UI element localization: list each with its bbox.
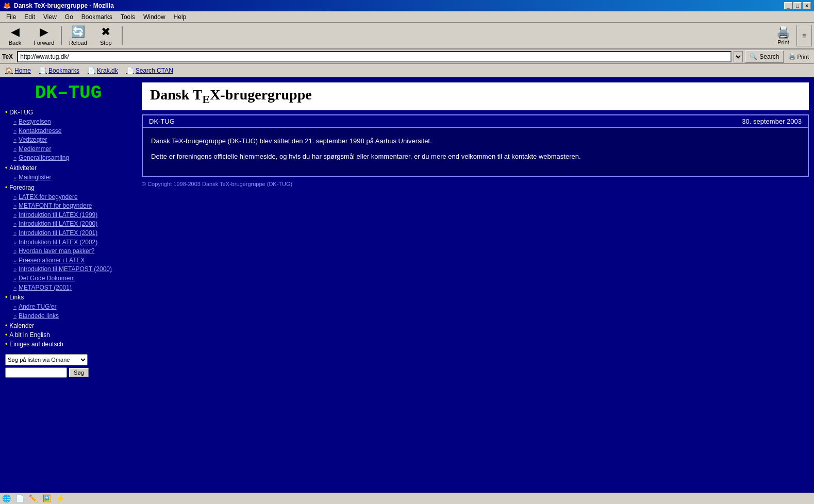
nav-section-dktug: DK-TUG [5,109,131,116]
nav-kontaktadresse[interactable]: Kontaktadresse [5,127,131,136]
menu-window[interactable]: Window [139,12,170,22]
menu-help[interactable]: Help [170,12,191,22]
bookmark-ctan[interactable]: 📄 Search CTAN [123,66,176,75]
print-button[interactable]: 🖨️ Print [772,25,794,46]
forward-button[interactable]: ▶ Forward [30,24,58,47]
close-button[interactable]: × [803,2,811,9]
menu-bookmarks[interactable]: Bookmarks [77,12,117,22]
menu-view[interactable]: View [39,12,61,22]
krak-icon: 📄 [88,67,95,74]
nav-pakker[interactable]: Hvordan laver man pakker? [5,247,131,256]
nav-section-foredrag: Foredrag [5,184,131,191]
sidebar-search-select[interactable]: Søg på listen via Gmane [5,354,88,365]
titlebar-title: 🦊 Dansk TeX-brugergruppe - Mozilla [3,2,114,9]
nav-intro-metapost-2000[interactable]: Introduktion til METAPOST (2000) [5,265,131,274]
stop-button[interactable]: ✖ Stop [93,24,119,47]
titlebar-buttons[interactable]: _ □ × [784,2,811,9]
nav-mailinglister[interactable]: Mailinglister [5,174,131,182]
status-icon-3: ✏️ [29,494,38,503]
info-box-title: DK-TUG [149,117,175,125]
bookmarks-icon: 📑 [39,67,47,74]
menu-icon: ≡ [802,32,806,40]
bookmark-home[interactable]: 🏠 Home [2,66,34,75]
copyright: © Copyright 1998-2003 Dansk TeX-brugergr… [142,181,809,187]
menu-tools[interactable]: Tools [117,12,139,22]
search-label: Search [759,53,779,60]
content-area: Dansk TEX-brugergruppe DK-TUG 30. septem… [137,77,814,493]
nav-metapost-2001[interactable]: METAPOST (2001) [5,284,131,292]
nav-bestyrelsen[interactable]: Bestyrelsen [5,118,131,126]
sidebar-logo: DK–TUG [5,82,131,104]
menu-file[interactable]: File [2,12,20,22]
addressbar: TeX ▼ 🔍 Search 🖨️ Print [0,49,814,64]
bookmarksbar: 🏠 Home 📑 Bookmarks 📄 Krak.dk 📄 Search CT… [0,64,814,77]
status-icon-1: 🌐 [2,494,11,503]
nav-vedtaegter[interactable]: Vedtægter [5,136,131,144]
nav-det-gode-dokument[interactable]: Det Gode Dokument [5,275,131,283]
back-label: Back [9,40,21,46]
nav-intro-latex-2001[interactable]: Introduktion til LATEX (2001) [5,229,131,238]
status-icon-2: 📄 [15,494,25,503]
status-icon-5: ⚡ [56,494,65,503]
forward-icon: ▶ [40,25,48,39]
titlebar-icon: 🦊 [3,2,11,9]
sidebar-search-button[interactable]: Søg [69,368,89,377]
address-input[interactable] [17,51,732,62]
forward-label: Forward [34,40,54,46]
home-icon: 🏠 [5,67,13,74]
reload-label: Reload [69,40,87,46]
search-icon: 🔍 [750,53,757,60]
back-button[interactable]: ◀ Back [2,24,28,47]
nav-section-links: Links [5,294,131,301]
nav-section-aktiviteter: Aktiviteter [5,164,131,172]
status-icon-4: 🖼️ [42,494,52,503]
stop-icon: ✖ [101,25,110,39]
nav-blandede-links[interactable]: Blandede links [5,312,131,321]
titlebar: 🦊 Dansk TeX-brugergruppe - Mozilla _ □ × [0,0,814,11]
nav-medlemmer[interactable]: Medlemmer [5,145,131,154]
menu-edit[interactable]: Edit [20,12,39,22]
ctan-icon: 📄 [126,67,134,74]
menu-go[interactable]: Go [61,12,77,22]
sidebar: DK–TUG DK-TUG Bestyrelsen Kontaktadresse… [0,77,137,493]
nav-intro-latex-1999[interactable]: Introduktion til LATEX (1999) [5,211,131,220]
address-print-icon: 🖨️ [789,53,796,60]
info-box: DK-TUG 30. september 2003 Dansk TeX-brug… [142,114,809,177]
sidebar-search-input[interactable] [5,367,67,378]
info-paragraph-2: Dette er foreningens officielle hjemmesi… [151,152,800,162]
nav-praesentationer[interactable]: Præsentationer i LATEX [5,257,131,265]
nav-latex-begyndere[interactable]: LATEX for begyndere [5,193,131,201]
print-label: Print [777,39,789,45]
nav-intro-latex-2002[interactable]: Introduktion til LATEX (2002) [5,239,131,247]
info-box-body: Dansk TeX-brugergruppe (DK-TUG) blev sti… [143,128,808,176]
info-paragraph-1: Dansk TeX-brugergruppe (DK-TUG) blev sti… [151,136,800,147]
sidebar-search: Søg på listen via Gmane Søg [5,354,131,378]
nav-intro-latex-2000[interactable]: Introduktion til LATEX (2000) [5,220,131,228]
toolbar-separator-1 [61,26,62,45]
titlebar-text: Dansk TeX-brugergruppe - Mozilla [14,2,114,9]
statusbar: 🌐 📄 ✏️ 🖼️ ⚡ [0,493,814,504]
nav-section-deutsch[interactable]: Einiges auf deutsch [5,341,131,348]
bookmark-krak[interactable]: 📄 Krak.dk [85,66,121,75]
minimize-button[interactable]: _ [784,2,792,9]
page-title: Dansk TEX-brugergruppe [150,87,801,106]
nav-section-kalender[interactable]: Kalender [5,322,131,329]
nav-section-english[interactable]: A bit in English [5,331,131,339]
reload-icon: 🔄 [71,25,85,39]
nav-metafont-begyndere[interactable]: METAFONT for begyndere [5,202,131,210]
menubar: File Edit View Go Bookmarks Tools Window… [0,11,814,23]
menu-button[interactable]: ≡ [796,25,812,46]
address-dropdown[interactable]: ▼ [734,51,743,62]
reload-button[interactable]: 🔄 Reload [65,24,91,47]
bookmark-bookmarks[interactable]: 📑 Bookmarks [36,66,82,75]
nav-generalforsamling[interactable]: Generalforsamling [5,154,131,162]
address-label: TeX [2,53,13,60]
back-icon: ◀ [11,25,20,39]
address-print-button[interactable]: 🖨️ Print [786,53,812,60]
maximize-button[interactable]: □ [793,2,802,9]
search-button[interactable]: 🔍 Search [745,51,784,63]
nav-andre-tuger[interactable]: Andre TUG'er [5,303,131,311]
info-box-header: DK-TUG 30. september 2003 [143,115,808,128]
sidebar-nav: DK-TUG Bestyrelsen Kontaktadresse Vedtæg… [5,109,131,378]
page-title-area: Dansk TEX-brugergruppe [142,82,809,110]
